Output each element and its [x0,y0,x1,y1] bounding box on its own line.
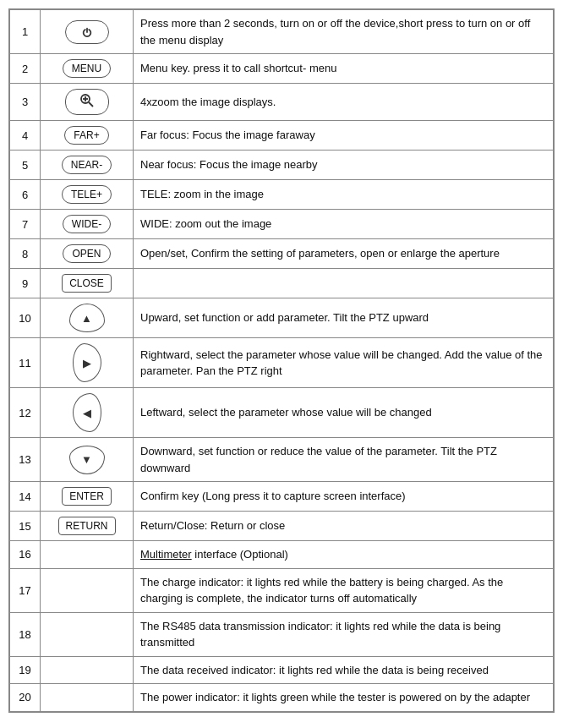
multimeter-text: Multimeter [140,548,192,561]
row-icon-cell: OPEN [41,239,134,269]
open-button-icon: OPEN [63,244,110,263]
row-icon-cell: FAR+ [41,121,134,151]
row-description [134,269,554,298]
table-row: 5NEAR-Near focus: Focus the image nearby [10,151,554,180]
row-description: WIDE: zoom out the image [134,210,554,239]
row-icon-cell [41,84,134,121]
arrow-down-icon: ▼ [69,446,105,474]
row-icon-cell [41,656,134,684]
close-button-icon: CLOSE [62,274,112,293]
main-table: 1 Press more than 2 seconds, turn on or … [8,8,555,713]
enter-button-icon: ENTER [62,487,112,506]
zoom-button-icon [65,89,109,115]
table-row: 15RETURNReturn/Close: Return or close [10,512,554,541]
row-description: The charge indicator: it lights red whil… [134,568,554,612]
row-icon-cell [41,541,134,569]
row-icon-cell [41,10,134,54]
row-number: 9 [10,269,41,298]
wide-minus-button-icon: WIDE- [63,215,111,233]
row-number: 13 [10,438,41,482]
row-number: 8 [10,239,41,269]
row-number: 19 [10,656,41,684]
row-description: Near focus: Focus the image nearby [134,151,554,180]
row-icon-cell: ▶ [41,338,134,388]
row-description: Open/set, Confirm the setting of paramet… [134,239,554,269]
row-number: 3 [10,84,41,121]
row-number: 6 [10,180,41,210]
row-description: Downward, set function or reduce the val… [134,438,554,482]
row-number: 17 [10,568,41,612]
row-number: 20 [10,684,41,712]
row-number: 7 [10,210,41,239]
row-number: 11 [10,338,41,388]
row-number: 5 [10,151,41,180]
row-number: 2 [10,54,41,84]
table-row: 20The power indicator: it lights green w… [10,684,554,712]
row-description: Confirm key (Long press it to capture sc… [134,482,554,512]
row-icon-cell: ◀ [41,388,134,438]
row-icon-cell: MENU [41,54,134,84]
row-icon-cell [41,568,134,612]
menu-button-icon: MENU [63,59,111,78]
row-icon-cell: ENTER [41,482,134,512]
row-description: The data received indicator: it lights r… [134,656,554,684]
row-description: Far focus: Focus the image faraway [134,121,554,151]
row-description: Multimeter interface (Optional) [134,541,554,569]
svg-line-1 [89,102,93,107]
return-button-icon: RETURN [58,517,116,535]
row-icon-cell: ▲ [41,298,134,338]
row-number: 1 [10,10,41,54]
row-description: Upward, set function or add parameter. T… [134,298,554,338]
row-icon-cell: TELE+ [41,180,134,210]
table-row: 16Multimeter interface (Optional) [10,541,554,569]
row-icon-cell: NEAR- [41,151,134,180]
table-row: 12 ◀ Leftward, select the parameter whos… [10,388,554,438]
near-minus-button-icon: NEAR- [62,156,112,174]
row-description: The power indicator: it lights green whi… [134,684,554,712]
far-plus-button-icon: FAR+ [64,126,108,145]
row-icon-cell: WIDE- [41,210,134,239]
table-row: 4FAR+Far focus: Focus the image faraway [10,121,554,151]
row-number: 16 [10,541,41,569]
row-description: 4xzoom the image displays. [134,84,554,121]
arrow-up-icon: ▲ [69,304,105,332]
row-description: The RS485 data transmission indicator: i… [134,612,554,656]
arrow-left-icon: ◀ [73,393,101,432]
row-icon-cell [41,684,134,712]
table-row: 19The data received indicator: it lights… [10,656,554,684]
table-row: 13 ▼ Downward, set function or reduce th… [10,438,554,482]
row-icon-cell: ▼ [41,438,134,482]
power-button-icon [65,20,109,44]
row-number: 10 [10,298,41,338]
table-row: 14ENTERConfirm key (Long press it to cap… [10,482,554,512]
row-icon-cell: CLOSE [41,269,134,298]
row-description: Return/Close: Return or close [134,512,554,541]
row-number: 14 [10,482,41,512]
table-row: 10 ▲ Upward, set function or add paramet… [10,298,554,338]
table-row: 2MENUMenu key. press it to call shortcut… [10,54,554,84]
table-row: 3 4xzoom the image displays. [10,84,554,121]
table-row: 18The RS485 data transmission indicator:… [10,612,554,656]
table-row: 11 ▶ Rightward, select the parameter who… [10,338,554,388]
row-number: 18 [10,612,41,656]
table-row: 8OPENOpen/set, Confirm the setting of pa… [10,239,554,269]
table-row: 7WIDE-WIDE: zoom out the image [10,210,554,239]
row-number: 4 [10,121,41,151]
row-number: 12 [10,388,41,438]
row-description: Rightward, select the parameter whose va… [134,338,554,388]
table-row: 6TELE+TELE: zoom in the image [10,180,554,210]
arrow-right-icon: ▶ [73,343,101,382]
table-row: 9CLOSE [10,269,554,298]
row-icon-cell: RETURN [41,512,134,541]
table-row: 17The charge indicator: it lights red wh… [10,568,554,612]
row-icon-cell [41,612,134,656]
row-description: Menu key. press it to call shortcut- men… [134,54,554,84]
row-description: Leftward, select the parameter whose val… [134,388,554,438]
row-number: 15 [10,512,41,541]
row-description: TELE: zoom in the image [134,180,554,210]
row-description: Press more than 2 seconds, turn on or of… [134,10,554,54]
table-row: 1 Press more than 2 seconds, turn on or … [10,10,554,54]
tele-plus-button-icon: TELE+ [62,185,112,204]
